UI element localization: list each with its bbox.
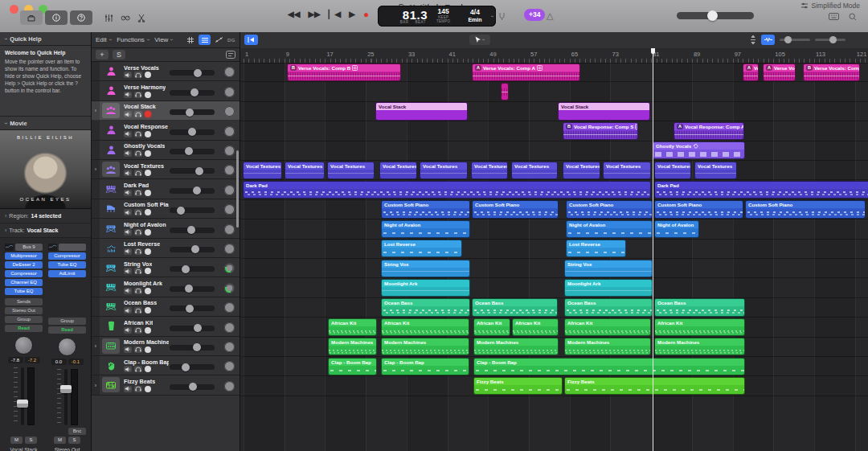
headphones-icon[interactable] bbox=[134, 72, 142, 78]
track-header[interactable]: Moonlight Ark bbox=[92, 277, 240, 297]
io-button[interactable] bbox=[59, 244, 86, 251]
track-name[interactable]: Modern Machines bbox=[124, 338, 169, 346]
region[interactable]: Modern Machines bbox=[654, 338, 745, 355]
volume-slider[interactable] bbox=[170, 345, 215, 351]
automation-mode-button[interactable]: Read bbox=[5, 325, 43, 332]
lcd-display[interactable]: 81.3 BAR BEAT 145 KEEP TEMPO 4/4 Emin › bbox=[378, 6, 496, 27]
region[interactable]: Dark Pad bbox=[243, 181, 651, 199]
pan-knob[interactable] bbox=[224, 244, 235, 254]
mute-icon[interactable] bbox=[124, 150, 132, 157]
volume-slider[interactable] bbox=[170, 149, 215, 154]
region[interactable]: Modern Machines bbox=[381, 338, 469, 355]
headphones-icon[interactable] bbox=[134, 209, 142, 215]
headphones-icon[interactable] bbox=[134, 327, 142, 334]
track-header[interactable]: Night of Avalon bbox=[92, 219, 240, 238]
volume-knob[interactable] bbox=[189, 383, 197, 391]
volume-knob[interactable] bbox=[190, 88, 199, 96]
region[interactable]: Moonlight Ark bbox=[564, 279, 653, 297]
region[interactable]: Clap - Boom Bap bbox=[473, 358, 745, 375]
record-enable-icon[interactable] bbox=[145, 131, 151, 137]
pan-knob[interactable] bbox=[224, 283, 235, 293]
track-inspector-row[interactable]: › Track: Vocal Stack bbox=[0, 223, 91, 238]
region[interactable]: Vocal Textures bbox=[694, 162, 737, 179]
pan-knob[interactable] bbox=[224, 185, 235, 195]
track-name[interactable]: Fizzy Beats bbox=[124, 378, 155, 385]
timeline-ruler[interactable]: 191725334149576573818997105113121 bbox=[240, 48, 868, 64]
mute-icon[interactable] bbox=[124, 72, 132, 78]
waveform-zoom-button[interactable] bbox=[761, 35, 775, 45]
volume-knob[interactable] bbox=[186, 305, 194, 313]
region[interactable]: Dark Pad bbox=[654, 181, 868, 199]
pan-knob[interactable] bbox=[58, 338, 76, 356]
volume-knob[interactable] bbox=[182, 265, 190, 273]
region[interactable]: Ocean Bass bbox=[564, 298, 653, 316]
region[interactable]: Moonlight Ark bbox=[381, 279, 470, 297]
region[interactable]: African Kit bbox=[654, 318, 745, 336]
peak-value[interactable]: -0.1 bbox=[68, 359, 84, 365]
record-enable-icon[interactable] bbox=[145, 327, 151, 334]
region[interactable]: Custom Soft Piano bbox=[472, 200, 559, 218]
region[interactable]: Vocal Stack bbox=[558, 102, 650, 120]
headphones-icon[interactable] bbox=[134, 190, 142, 196]
add-track-button[interactable]: + bbox=[96, 50, 108, 59]
record-enable-icon[interactable] bbox=[145, 366, 151, 372]
record-enable-icon[interactable] bbox=[145, 307, 151, 314]
track-header[interactable]: Custom Soft Piano bbox=[92, 199, 240, 219]
track-name[interactable]: Vocal Textures bbox=[124, 162, 164, 170]
region[interactable]: AVerse Vocals: Comp A bbox=[743, 64, 759, 81]
mute-icon[interactable] bbox=[124, 248, 132, 255]
mute-icon[interactable] bbox=[124, 229, 132, 236]
group-slot[interactable]: Group bbox=[48, 318, 86, 325]
region[interactable]: Ocean Bass bbox=[654, 298, 745, 316]
region[interactable]: String Vox bbox=[564, 260, 653, 277]
transpose-badge[interactable]: +34 bbox=[524, 9, 545, 21]
region[interactable]: AVocal Response: Comp A bbox=[674, 122, 744, 140]
track-name[interactable]: Verse Vocals bbox=[124, 64, 159, 72]
mute-icon[interactable] bbox=[124, 92, 132, 98]
movie-header[interactable]: › Movie bbox=[0, 117, 91, 130]
track-header[interactable]: Lost Reverse bbox=[92, 239, 240, 258]
headphones-icon[interactable] bbox=[134, 150, 142, 157]
disclosure-arrow-icon[interactable]: › bbox=[92, 101, 100, 120]
track-header[interactable]: ›Vocal Stack bbox=[92, 101, 240, 121]
record-enable-icon[interactable] bbox=[145, 229, 151, 236]
volume-knob[interactable] bbox=[182, 363, 190, 371]
smart-controls-icon[interactable] bbox=[121, 14, 130, 23]
editors-icon[interactable] bbox=[137, 14, 145, 23]
track-name[interactable]: Ghostly Vocals bbox=[124, 142, 165, 150]
region[interactable]: Vocal Stack bbox=[375, 102, 468, 120]
mute-icon[interactable] bbox=[124, 170, 132, 176]
gain-value[interactable]: 0.0 bbox=[51, 359, 67, 365]
record-enable-icon[interactable] bbox=[145, 170, 151, 176]
headphones-icon[interactable] bbox=[134, 229, 142, 236]
region[interactable]: Fizzy Beats bbox=[473, 377, 563, 395]
plugin-slot[interactable]: Multipressor bbox=[5, 252, 43, 260]
track-header[interactable]: ›Fizzy Beats bbox=[92, 375, 240, 395]
solo-button[interactable]: S bbox=[25, 437, 37, 444]
channel-fader[interactable] bbox=[48, 367, 86, 426]
pan-knob[interactable] bbox=[224, 67, 235, 77]
track-name[interactable]: String Vox bbox=[124, 260, 152, 268]
region[interactable]: African Kit bbox=[381, 318, 469, 336]
region[interactable]: Ocean Bass bbox=[381, 298, 470, 316]
region[interactable]: Custom Soft Piano bbox=[745, 200, 866, 218]
mute-button[interactable]: M bbox=[10, 437, 23, 444]
record-enable-icon[interactable] bbox=[145, 268, 151, 274]
region[interactable]: Modern Machines bbox=[564, 338, 651, 355]
io-button[interactable]: Bus 9 bbox=[15, 244, 43, 251]
region[interactable]: Custom Soft Piano bbox=[654, 200, 743, 218]
region[interactable]: Ghostly Vocals bbox=[653, 141, 745, 159]
mute-icon[interactable] bbox=[124, 307, 132, 314]
tuner-icon[interactable] bbox=[498, 12, 506, 21]
track-list-scrollbar[interactable] bbox=[236, 150, 239, 228]
vertical-zoom-slider[interactable] bbox=[780, 39, 810, 41]
volume-slider[interactable] bbox=[170, 188, 215, 194]
record-enable-icon[interactable] bbox=[145, 386, 151, 392]
volume-knob[interactable] bbox=[188, 128, 196, 136]
eq-thumbnail[interactable] bbox=[48, 244, 57, 251]
pan-knob[interactable] bbox=[224, 146, 235, 156]
volume-slider[interactable] bbox=[170, 129, 215, 135]
track-name[interactable]: Vocal Stack bbox=[124, 103, 156, 110]
horizontal-zoom-slider[interactable] bbox=[815, 39, 845, 41]
vertical-zoom-knob[interactable] bbox=[784, 36, 792, 43]
